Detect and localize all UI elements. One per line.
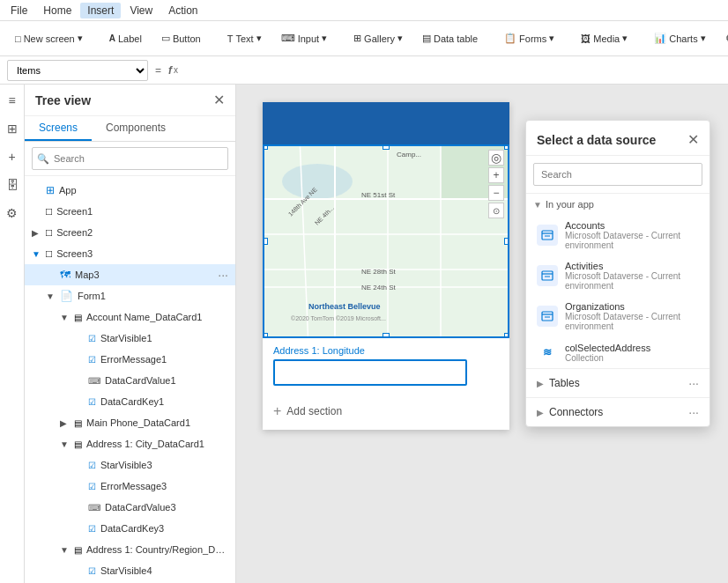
forms-button[interactable]: 📋 Forms ▾ <box>496 28 562 48</box>
tree-item-mainphone-datacard[interactable]: ▶ ▤ Main Phone_DataCard1 <box>25 412 235 433</box>
gallery-button[interactable]: ⊞ Gallery ▾ <box>345 28 411 48</box>
form-input-field[interactable] <box>273 359 467 386</box>
tree-label-datacardkey3: DataCardKey3 <box>100 523 228 534</box>
map-zoom-in-button[interactable]: + <box>488 167 504 183</box>
menu-view[interactable]: View <box>123 3 160 18</box>
tree-label-datacardvalue1: DataCardValue1 <box>105 375 228 386</box>
datasource-item-organizations[interactable]: Organizations Microsoft Dataverse - Curr… <box>526 296 709 336</box>
tree-item-starvisible3[interactable]: ▶ ☑ StarVisible3 <box>25 454 235 476</box>
search-input[interactable] <box>32 147 228 170</box>
tree-item-datacardkey3[interactable]: ▶ ☑ DataCardKey3 <box>25 518 235 539</box>
tree-item-starvisible1[interactable]: ▶ ☑ StarVisible1 <box>25 328 235 349</box>
add-section[interactable]: + Add section <box>263 393 509 430</box>
datasource-close-button[interactable]: ✕ <box>687 131 699 148</box>
button-icon: ▭ <box>161 33 170 44</box>
tab-components[interactable]: Components <box>92 116 180 141</box>
tree-item-account-datacard[interactable]: ▼ ▤ Account Name_DataCard1 <box>25 306 235 328</box>
in-your-app-section[interactable]: ▼ In your app <box>526 194 709 215</box>
tree-item-app[interactable]: ▶ ⊞ App <box>25 180 235 201</box>
tree-item-starvisible4[interactable]: ▶ ☑ StarVisible4 <box>25 560 235 581</box>
chevron-icon[interactable]: ▶ <box>60 418 72 428</box>
charts-button[interactable]: 📊 Charts ▾ <box>646 28 713 48</box>
chevron-icon[interactable]: ▶ <box>32 228 44 238</box>
colselectedaddress-name: colSelectedAddress <box>565 343 699 353</box>
sidebar-icon-layers[interactable]: ⊞ <box>4 120 21 137</box>
gallery-icon: ⊞ <box>353 33 361 44</box>
menu-insert[interactable]: Insert <box>80 3 121 18</box>
button-button[interactable]: ▭ Button <box>153 28 209 48</box>
check-icon: ☑ <box>88 524 96 534</box>
in-your-app-label: In your app <box>546 199 594 210</box>
svg-text:©2020 TomTom ©2019 Microsoft..: ©2020 TomTom ©2019 Microsoft... <box>291 315 386 321</box>
chevron-icon[interactable]: ▼ <box>46 292 58 301</box>
label-button[interactable]: A Label <box>101 29 150 48</box>
map-svg: Camp... NE 51st St NE 28th St NE 24th St… <box>264 146 509 338</box>
formula-fx[interactable]: f x <box>168 64 178 77</box>
tree-item-datacardvalue3[interactable]: ▶ ⌨ DataCardValue3 <box>25 497 235 518</box>
map-zoom-out-button[interactable]: − <box>488 185 504 201</box>
datasource-tables-nav[interactable]: ▶ Tables ··· <box>526 368 709 397</box>
text-icon: T <box>227 33 234 44</box>
tree-item-form1[interactable]: ▼ 📄 Form1 <box>25 285 235 306</box>
more-options-icon[interactable]: ··· <box>218 268 228 282</box>
organizations-info: Organizations Microsoft Dataverse - Curr… <box>565 301 699 331</box>
menu-home[interactable]: Home <box>36 3 78 18</box>
tree-item-datacardvalue1[interactable]: ▶ ⌨ DataCardValue1 <box>25 370 235 391</box>
selection-handle-bl <box>263 333 268 338</box>
data-table-button[interactable]: ▤ Data table <box>414 28 486 48</box>
app-icon: ⊞ <box>46 184 55 196</box>
connectors-label: Connectors <box>549 406 603 418</box>
sidebar-icon-menu[interactable]: ≡ <box>4 92 21 109</box>
tree-label-app: App <box>59 185 228 196</box>
screen-header <box>263 102 509 144</box>
map-compass-button[interactable]: ◎ <box>488 150 504 166</box>
sidebar-icon-data[interactable]: 🗄 <box>4 176 21 194</box>
menu-file[interactable]: File <box>4 3 34 18</box>
datasource-item-colselectedaddress[interactable]: ≋ colSelectedAddress Collection <box>526 336 709 368</box>
chevron-icon[interactable]: ▼ <box>60 545 72 555</box>
tree-item-errormessage3[interactable]: ▶ ☑ ErrorMessage3 <box>25 476 235 497</box>
tree-item-screen1[interactable]: ▶ □ Screen1 <box>25 201 235 222</box>
formula-bar: Items = f x <box>0 56 728 85</box>
datasource-item-accounts[interactable]: Accounts Microsoft Dataverse - Current e… <box>526 215 709 255</box>
map-container[interactable]: Camp... NE 51st St NE 28th St NE 24th St… <box>263 144 509 338</box>
connectors-more-icon[interactable]: ··· <box>688 405 699 419</box>
sidebar-icon-settings[interactable]: ⚙ <box>4 204 21 222</box>
icons-button[interactable]: ⚙ Icons <box>717 28 728 48</box>
tree-item-screen2[interactable]: ▶ □ Screen2 <box>25 222 235 243</box>
tree-item-errormessage1[interactable]: ▶ ☑ ErrorMessage1 <box>25 349 235 370</box>
input-button[interactable]: ⌨ Input ▾ <box>273 28 335 48</box>
tab-screens[interactable]: Screens <box>25 116 92 141</box>
tables-more-icon[interactable]: ··· <box>688 376 699 390</box>
selection-handle-ml <box>263 238 268 245</box>
tree-tabs: Screens Components <box>25 116 235 142</box>
datasource-connectors-nav[interactable]: ▶ Connectors ··· <box>526 397 709 426</box>
tree-close-button[interactable]: ✕ <box>213 92 225 108</box>
tree-item-address-country-datacard[interactable]: ▼ ▤ Address 1: Country/Region_DataCar... <box>25 539 235 560</box>
text-button[interactable]: T Text ▾ <box>219 28 270 48</box>
svg-text:Camp...: Camp... <box>397 151 421 159</box>
chevron-icon[interactable]: ▼ <box>60 313 72 322</box>
menu-action[interactable]: Action <box>161 3 204 18</box>
new-screen-button[interactable]: □ New screen ▾ <box>7 28 91 48</box>
datasource-search <box>526 156 709 194</box>
tree-item-screen3[interactable]: ▼ □ Screen3 <box>25 243 235 264</box>
tree-item-address-city-datacard[interactable]: ▼ ▤ Address 1: City_DataCard1 <box>25 433 235 454</box>
datasource-search-input[interactable] <box>533 163 702 186</box>
chevron-icon[interactable]: ▼ <box>60 439 72 449</box>
new-screen-icon: □ <box>15 33 21 44</box>
media-button[interactable]: 🖼 Media ▾ <box>573 28 635 48</box>
selection-handle-tm <box>383 144 390 150</box>
tree-label-form1: Form1 <box>78 291 228 301</box>
forms-chevron-icon: ▾ <box>549 33 554 44</box>
map-locate-button[interactable]: ⊙ <box>488 203 504 218</box>
sidebar-icon-add[interactable]: + <box>4 148 21 166</box>
tree-item-map3[interactable]: ▶ 🗺 Map3 ··· <box>25 264 235 285</box>
add-section-icon: + <box>273 403 281 419</box>
check-icon: ☑ <box>88 566 96 576</box>
tree-item-datacardkey1[interactable]: ▶ ☑ DataCardKey1 <box>25 391 235 412</box>
formula-dropdown[interactable]: Items <box>7 60 148 81</box>
chevron-icon[interactable]: ▼ <box>32 249 44 259</box>
datasource-item-activities[interactable]: Activities Microsoft Dataverse - Current… <box>526 255 709 296</box>
tree-label-screen2: Screen2 <box>56 227 228 238</box>
